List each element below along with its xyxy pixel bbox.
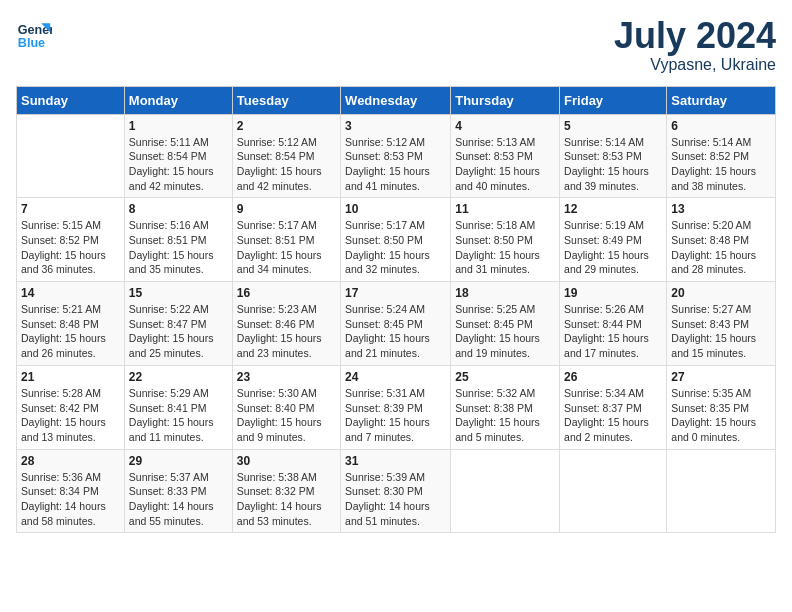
day-number: 16 xyxy=(237,286,336,300)
calendar-week-row: 21Sunrise: 5:28 AMSunset: 8:42 PMDayligh… xyxy=(17,365,776,449)
day-info: Sunrise: 5:14 AMSunset: 8:53 PMDaylight:… xyxy=(564,135,662,194)
logo: General Blue xyxy=(16,16,52,52)
calendar-cell: 10Sunrise: 5:17 AMSunset: 8:50 PMDayligh… xyxy=(341,198,451,282)
day-info: Sunrise: 5:31 AMSunset: 8:39 PMDaylight:… xyxy=(345,386,446,445)
calendar-cell: 31Sunrise: 5:39 AMSunset: 8:30 PMDayligh… xyxy=(341,449,451,533)
day-info: Sunrise: 5:30 AMSunset: 8:40 PMDaylight:… xyxy=(237,386,336,445)
page-header: General Blue July 2024 Vypasne, Ukraine xyxy=(16,16,776,74)
day-info: Sunrise: 5:35 AMSunset: 8:35 PMDaylight:… xyxy=(671,386,771,445)
day-info: Sunrise: 5:32 AMSunset: 8:38 PMDaylight:… xyxy=(455,386,555,445)
day-number: 1 xyxy=(129,119,228,133)
calendar-cell: 1Sunrise: 5:11 AMSunset: 8:54 PMDaylight… xyxy=(124,114,232,198)
day-info: Sunrise: 5:17 AMSunset: 8:50 PMDaylight:… xyxy=(345,218,446,277)
calendar-week-row: 1Sunrise: 5:11 AMSunset: 8:54 PMDaylight… xyxy=(17,114,776,198)
day-info: Sunrise: 5:21 AMSunset: 8:48 PMDaylight:… xyxy=(21,302,120,361)
day-info: Sunrise: 5:25 AMSunset: 8:45 PMDaylight:… xyxy=(455,302,555,361)
day-number: 13 xyxy=(671,202,771,216)
day-number: 18 xyxy=(455,286,555,300)
day-number: 2 xyxy=(237,119,336,133)
day-number: 26 xyxy=(564,370,662,384)
calendar-week-row: 7Sunrise: 5:15 AMSunset: 8:52 PMDaylight… xyxy=(17,198,776,282)
weekday-header-friday: Friday xyxy=(560,86,667,114)
day-number: 17 xyxy=(345,286,446,300)
calendar-cell: 2Sunrise: 5:12 AMSunset: 8:54 PMDaylight… xyxy=(232,114,340,198)
day-number: 7 xyxy=(21,202,120,216)
calendar-cell: 4Sunrise: 5:13 AMSunset: 8:53 PMDaylight… xyxy=(451,114,560,198)
calendar-cell: 13Sunrise: 5:20 AMSunset: 8:48 PMDayligh… xyxy=(667,198,776,282)
weekday-header-wednesday: Wednesday xyxy=(341,86,451,114)
day-number: 6 xyxy=(671,119,771,133)
day-number: 24 xyxy=(345,370,446,384)
day-number: 11 xyxy=(455,202,555,216)
calendar-cell: 15Sunrise: 5:22 AMSunset: 8:47 PMDayligh… xyxy=(124,282,232,366)
calendar-cell: 18Sunrise: 5:25 AMSunset: 8:45 PMDayligh… xyxy=(451,282,560,366)
day-info: Sunrise: 5:23 AMSunset: 8:46 PMDaylight:… xyxy=(237,302,336,361)
weekday-header-sunday: Sunday xyxy=(17,86,125,114)
calendar-cell: 27Sunrise: 5:35 AMSunset: 8:35 PMDayligh… xyxy=(667,365,776,449)
day-info: Sunrise: 5:24 AMSunset: 8:45 PMDaylight:… xyxy=(345,302,446,361)
calendar-cell: 21Sunrise: 5:28 AMSunset: 8:42 PMDayligh… xyxy=(17,365,125,449)
day-info: Sunrise: 5:26 AMSunset: 8:44 PMDaylight:… xyxy=(564,302,662,361)
day-number: 19 xyxy=(564,286,662,300)
calendar-cell: 23Sunrise: 5:30 AMSunset: 8:40 PMDayligh… xyxy=(232,365,340,449)
calendar-cell: 25Sunrise: 5:32 AMSunset: 8:38 PMDayligh… xyxy=(451,365,560,449)
weekday-header-row: SundayMondayTuesdayWednesdayThursdayFrid… xyxy=(17,86,776,114)
calendar-cell: 19Sunrise: 5:26 AMSunset: 8:44 PMDayligh… xyxy=(560,282,667,366)
calendar-cell: 29Sunrise: 5:37 AMSunset: 8:33 PMDayligh… xyxy=(124,449,232,533)
calendar-cell: 9Sunrise: 5:17 AMSunset: 8:51 PMDaylight… xyxy=(232,198,340,282)
calendar-week-row: 14Sunrise: 5:21 AMSunset: 8:48 PMDayligh… xyxy=(17,282,776,366)
day-number: 29 xyxy=(129,454,228,468)
day-number: 10 xyxy=(345,202,446,216)
day-info: Sunrise: 5:12 AMSunset: 8:53 PMDaylight:… xyxy=(345,135,446,194)
day-info: Sunrise: 5:36 AMSunset: 8:34 PMDaylight:… xyxy=(21,470,120,529)
day-number: 28 xyxy=(21,454,120,468)
day-number: 31 xyxy=(345,454,446,468)
calendar-cell: 20Sunrise: 5:27 AMSunset: 8:43 PMDayligh… xyxy=(667,282,776,366)
calendar-cell: 5Sunrise: 5:14 AMSunset: 8:53 PMDaylight… xyxy=(560,114,667,198)
day-number: 25 xyxy=(455,370,555,384)
day-info: Sunrise: 5:27 AMSunset: 8:43 PMDaylight:… xyxy=(671,302,771,361)
calendar-cell: 30Sunrise: 5:38 AMSunset: 8:32 PMDayligh… xyxy=(232,449,340,533)
day-info: Sunrise: 5:15 AMSunset: 8:52 PMDaylight:… xyxy=(21,218,120,277)
day-info: Sunrise: 5:14 AMSunset: 8:52 PMDaylight:… xyxy=(671,135,771,194)
day-info: Sunrise: 5:34 AMSunset: 8:37 PMDaylight:… xyxy=(564,386,662,445)
day-info: Sunrise: 5:37 AMSunset: 8:33 PMDaylight:… xyxy=(129,470,228,529)
day-number: 22 xyxy=(129,370,228,384)
calendar-table: SundayMondayTuesdayWednesdayThursdayFrid… xyxy=(16,86,776,534)
day-info: Sunrise: 5:11 AMSunset: 8:54 PMDaylight:… xyxy=(129,135,228,194)
weekday-header-tuesday: Tuesday xyxy=(232,86,340,114)
calendar-cell: 17Sunrise: 5:24 AMSunset: 8:45 PMDayligh… xyxy=(341,282,451,366)
day-info: Sunrise: 5:16 AMSunset: 8:51 PMDaylight:… xyxy=(129,218,228,277)
calendar-cell: 16Sunrise: 5:23 AMSunset: 8:46 PMDayligh… xyxy=(232,282,340,366)
day-info: Sunrise: 5:20 AMSunset: 8:48 PMDaylight:… xyxy=(671,218,771,277)
day-number: 23 xyxy=(237,370,336,384)
day-number: 8 xyxy=(129,202,228,216)
day-number: 5 xyxy=(564,119,662,133)
day-info: Sunrise: 5:28 AMSunset: 8:42 PMDaylight:… xyxy=(21,386,120,445)
day-number: 14 xyxy=(21,286,120,300)
calendar-cell xyxy=(17,114,125,198)
day-number: 12 xyxy=(564,202,662,216)
calendar-cell: 3Sunrise: 5:12 AMSunset: 8:53 PMDaylight… xyxy=(341,114,451,198)
calendar-cell: 24Sunrise: 5:31 AMSunset: 8:39 PMDayligh… xyxy=(341,365,451,449)
calendar-cell xyxy=(667,449,776,533)
day-number: 4 xyxy=(455,119,555,133)
calendar-cell: 14Sunrise: 5:21 AMSunset: 8:48 PMDayligh… xyxy=(17,282,125,366)
day-number: 9 xyxy=(237,202,336,216)
day-info: Sunrise: 5:29 AMSunset: 8:41 PMDaylight:… xyxy=(129,386,228,445)
calendar-cell: 26Sunrise: 5:34 AMSunset: 8:37 PMDayligh… xyxy=(560,365,667,449)
day-info: Sunrise: 5:19 AMSunset: 8:49 PMDaylight:… xyxy=(564,218,662,277)
calendar-cell: 11Sunrise: 5:18 AMSunset: 8:50 PMDayligh… xyxy=(451,198,560,282)
month-year-title: July 2024 xyxy=(614,16,776,56)
logo-icon: General Blue xyxy=(16,16,52,52)
day-number: 15 xyxy=(129,286,228,300)
svg-text:Blue: Blue xyxy=(18,36,45,50)
day-number: 20 xyxy=(671,286,771,300)
day-info: Sunrise: 5:22 AMSunset: 8:47 PMDaylight:… xyxy=(129,302,228,361)
calendar-cell: 8Sunrise: 5:16 AMSunset: 8:51 PMDaylight… xyxy=(124,198,232,282)
day-number: 27 xyxy=(671,370,771,384)
calendar-cell: 12Sunrise: 5:19 AMSunset: 8:49 PMDayligh… xyxy=(560,198,667,282)
title-area: July 2024 Vypasne, Ukraine xyxy=(614,16,776,74)
day-number: 21 xyxy=(21,370,120,384)
calendar-week-row: 28Sunrise: 5:36 AMSunset: 8:34 PMDayligh… xyxy=(17,449,776,533)
